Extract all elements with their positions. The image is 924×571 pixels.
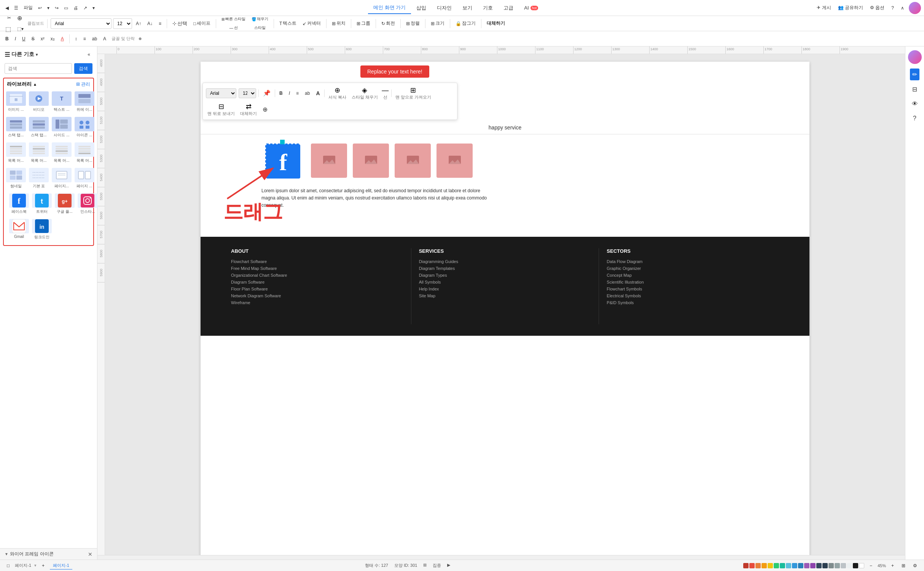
subscript-button[interactable]: x₂ (48, 35, 57, 43)
collapse-button[interactable]: ∧ (899, 4, 906, 12)
swatch-purple2[interactable] (810, 563, 816, 568)
rotate-handle[interactable] (280, 140, 285, 144)
ft-italic-button[interactable]: I (287, 89, 292, 97)
lib-item-list3[interactable]: 목록 머... (51, 141, 72, 165)
active-page-tab[interactable]: 페이지-1 (50, 562, 72, 569)
nav-ai[interactable]: AI hot (519, 3, 543, 13)
back-button[interactable]: ◀ (3, 4, 11, 12)
fill-button[interactable]: 🪣 채우기 (249, 15, 271, 23)
ft-pin-button[interactable]: 📌 (261, 88, 272, 98)
zoom-plus-button[interactable]: + (889, 561, 896, 570)
paste-dropdown[interactable]: ⬚▾ (15, 24, 26, 34)
zoom-minus-button[interactable]: − (867, 561, 875, 570)
ft-align-button[interactable]: ≡ (294, 89, 301, 97)
swatch-blue2[interactable] (798, 563, 803, 568)
swatch-darkblue[interactable] (816, 563, 822, 568)
line-button[interactable]: — 선 (227, 24, 240, 32)
nav-design[interactable]: 디자인 (432, 2, 457, 14)
swatch-yellow[interactable] (768, 563, 773, 568)
swatch-purple[interactable] (804, 563, 809, 568)
footer-item[interactable]: Free Mind Map Software (231, 266, 403, 271)
lib-item-instagram[interactable]: 인스타... (77, 192, 98, 216)
group-button[interactable]: ⊞ 그룹 (354, 19, 373, 28)
size-button[interactable]: ⊞ 크기 (429, 19, 447, 28)
swatch-lightgray[interactable] (841, 563, 846, 568)
search-button[interactable]: 검색 (74, 63, 92, 74)
settings-status-button[interactable]: ⚙ (911, 561, 919, 570)
footer-item[interactable]: Data Flow Diagram (607, 259, 779, 264)
help-panel-button[interactable]: ? (911, 113, 919, 124)
quick-style-button[interactable]: ⊞ 빠른 스타일 (219, 15, 248, 23)
ft-send-back[interactable]: ⊟ 맨 뒤로 보내기 (206, 102, 236, 116)
superscript-button[interactable]: x² (38, 35, 47, 43)
footer-item[interactable]: Help Index (419, 287, 591, 291)
undo-button[interactable]: ↩ (36, 4, 44, 12)
select-tool-button[interactable]: ⊹ 선택 (170, 19, 190, 29)
footer-item[interactable]: Floor Plan Software (231, 287, 403, 291)
swatch-gray[interactable] (828, 563, 834, 568)
options-button[interactable]: ⚙ 옵션 (868, 3, 887, 13)
help-button[interactable]: ? (889, 4, 896, 12)
lib-item-image[interactable]: ⊞ 이미지 ... (5, 90, 27, 114)
swatch-black[interactable] (853, 563, 858, 568)
nav-advanced[interactable]: 고급 (498, 2, 519, 14)
lib-item-side[interactable]: 사이드 ... (51, 115, 72, 139)
user-avatar[interactable] (909, 2, 921, 14)
swatch-orange2[interactable] (762, 563, 767, 568)
footer-item[interactable]: Diagramming Guides (419, 259, 591, 264)
lib-item-text[interactable]: T 텍스트 ... (51, 90, 72, 114)
footer-item[interactable]: Diagram Types (419, 273, 591, 278)
swatch-orange[interactable] (755, 563, 761, 568)
swatch-red2[interactable] (749, 563, 755, 568)
lib-item-stack1[interactable]: 스택 탭... (5, 115, 27, 139)
play-button[interactable]: ▶ (447, 563, 450, 568)
text-color-button[interactable]: A (59, 35, 66, 43)
lib-item-list2[interactable]: 목록 머... (28, 141, 49, 165)
hamburger-menu[interactable]: ☰ (12, 4, 21, 12)
swatch-gray2[interactable] (835, 563, 840, 568)
bold-button[interactable]: B (3, 35, 11, 43)
text-align-button[interactable]: ≡ (156, 19, 164, 28)
list-button[interactable]: ≡ (81, 35, 88, 43)
page-layout-button[interactable]: □ (5, 561, 12, 570)
swatch-green[interactable] (774, 563, 779, 568)
lib-item-icon[interactable]: 아이콘 ... (74, 115, 95, 139)
footer-item[interactable]: Concept Map (607, 273, 779, 278)
line-spacing-button[interactable]: ↕ (73, 35, 80, 43)
align-button[interactable]: ⊞ 정렬 (404, 19, 422, 28)
expand-font[interactable]: ⊕ (136, 35, 144, 42)
preview-panel-button[interactable]: 👁 (910, 98, 920, 110)
text-button[interactable]: T 텍스트 (277, 19, 299, 28)
lib-item-above[interactable]: 위에 이... (74, 90, 95, 114)
rotate-button[interactable]: ↻ 회전 (379, 19, 397, 28)
lib-item-page1[interactable]: 페이지... (51, 166, 72, 190)
print-button[interactable]: 🖨 (71, 4, 80, 12)
ft-more-button[interactable]: ⊕ (261, 105, 269, 114)
undo-dropdown[interactable]: ▾ (45, 4, 52, 12)
fit-button[interactable]: ⊞ (899, 561, 908, 570)
swatch-cyan[interactable] (786, 563, 791, 568)
footer-item[interactable]: Flowchart Software (231, 259, 403, 264)
font-color2-button[interactable]: A (101, 35, 108, 43)
increase-font-button[interactable]: A↑ (134, 19, 143, 28)
lock-button[interactable]: 🔒 잠그기 (453, 19, 478, 28)
search-input[interactable] (5, 63, 72, 74)
lib-item-basic[interactable]: 기본 포 (28, 166, 49, 190)
ft-bold-button[interactable]: B (277, 89, 285, 97)
lib-item-video[interactable]: 비디오 (28, 90, 49, 114)
panel-collapse-button[interactable]: « (85, 50, 92, 59)
footer-item[interactable]: Wireframe (231, 300, 403, 305)
ft-bring-front[interactable]: ⊞ 맨 앞으로 가져오기 (394, 86, 433, 100)
swatch-teal[interactable] (780, 563, 785, 568)
export-dropdown[interactable]: ▾ (90, 4, 97, 12)
lib-item-stack2[interactable]: 스택 탭... (28, 115, 49, 139)
ft-replace[interactable]: ⇄ 대체하기 (239, 102, 258, 116)
connector-button[interactable]: ↙ 커넥터 (300, 19, 323, 28)
edit-panel-button[interactable]: ✏ (910, 69, 919, 80)
swatch-blue[interactable] (792, 563, 797, 568)
lib-item-list4[interactable]: 목록 머... (74, 141, 95, 165)
copy-button[interactable]: ⊕ (15, 13, 24, 23)
manage-link[interactable]: ⊞ 관리 (76, 81, 90, 88)
decrease-font-button[interactable]: A↓ (145, 19, 155, 28)
footer-item[interactable]: P&ID Symbols (607, 300, 779, 305)
